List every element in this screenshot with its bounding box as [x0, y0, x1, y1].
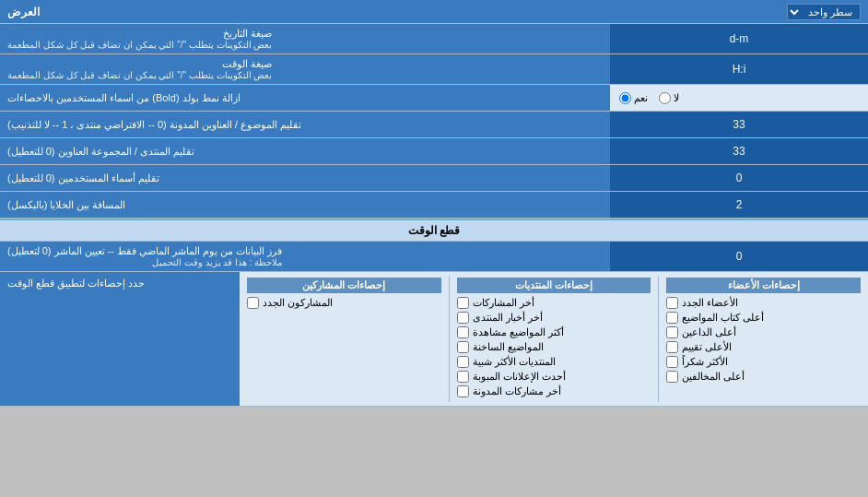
time-format-input[interactable] — [616, 63, 862, 76]
trim-usernames-row: تقليم أسماء المستخدمين (0 للتعطيل) — [0, 165, 868, 192]
trim-topics-input[interactable] — [616, 118, 862, 131]
date-format-label: صيغة التاريخ بعض التكوينات يتطلب "/" الت… — [0, 24, 610, 53]
trim-usernames-input-cell — [610, 165, 868, 191]
checkboxes-grid: إحصاءات الأعضاء الأعضاء الجدد أعلى كتاب … — [243, 276, 864, 402]
checkbox-top-violators: أعلى المخالفين — [666, 371, 861, 383]
checkbox-new-members-input[interactable] — [666, 297, 678, 309]
col-members-header: إحصاءات الأعضاء — [666, 278, 861, 293]
cutoff-label: فرز البيانات من يوم الماشر الماضي فقط --… — [0, 242, 610, 271]
time-format-row: صيغة الوقت بعض التكوينات يتطلب "/" التي … — [0, 54, 868, 85]
checkboxes-right: إحصاءات الأعضاء الأعضاء الجدد أعلى كتاب … — [240, 272, 868, 406]
trim-forum-label: تقليم المنتدى / المجموعة العناوين (0 للت… — [0, 138, 610, 164]
col-forums: إحصاءات المنتديات أخر المشاركات أخر أخبا… — [453, 276, 655, 402]
bold-names-no-label[interactable]: لا — [659, 92, 679, 104]
trim-topics-input-cell — [610, 112, 868, 137]
trim-forum-input-cell — [610, 138, 868, 164]
display-dropdown[interactable]: سطر واحدسطرينثلاثة أسطر — [787, 4, 861, 20]
checkbox-new-participants: المشاركون الجدد — [247, 297, 441, 309]
col-forums-header: إحصاءات المنتديات — [457, 278, 651, 293]
main-container: سطر واحدسطرينثلاثة أسطر العرض صيغة التار… — [0, 0, 868, 407]
checkbox-most-similar-input[interactable] — [457, 356, 469, 368]
date-format-row: صيغة التاريخ بعض التكوينات يتطلب "/" الت… — [0, 24, 868, 54]
date-format-input-cell — [610, 24, 868, 53]
checkbox-most-thanked: الأكثر شكراً — [666, 356, 861, 368]
bold-names-no-radio[interactable] — [659, 92, 671, 104]
checkbox-top-inviters-input[interactable] — [666, 326, 678, 338]
checkbox-top-writers-input[interactable] — [666, 312, 678, 324]
cutoff-section-header: قطع الوقت — [0, 219, 868, 242]
cutoff-row: فرز البيانات من يوم الماشر الماضي فقط --… — [0, 242, 868, 272]
checkbox-latest-news: أخر أخبار المنتدى — [457, 312, 651, 324]
checkbox-most-thanked-input[interactable] — [666, 356, 678, 368]
checkbox-top-writers: أعلى كتاب المواضيع — [666, 312, 861, 324]
checkbox-latest-posts: أخر المشاركات — [457, 297, 651, 309]
trim-forum-row: تقليم المنتدى / المجموعة العناوين (0 للت… — [0, 138, 868, 165]
page-title: العرض — [7, 6, 40, 18]
checkbox-hot-topics-input[interactable] — [457, 341, 469, 353]
bold-names-yes-radio[interactable] — [619, 92, 631, 104]
trim-usernames-input[interactable] — [616, 172, 862, 184]
trim-topics-label: تقليم الموضوع / العناوين المدونة (0 -- ا… — [0, 112, 610, 137]
checkbox-most-similar: المنتديات الأكثر شبية — [457, 356, 651, 368]
cell-spacing-label: المسافة بين الخلايا (بالبكسل) — [0, 192, 610, 218]
col-participants-header: إحصاءات المشاركين — [247, 278, 441, 293]
cell-spacing-input[interactable] — [616, 198, 862, 211]
time-format-input-cell — [610, 54, 868, 84]
bold-names-radio-area: لا نعم — [610, 92, 868, 104]
cutoff-input-cell — [610, 242, 868, 271]
bold-names-row: لا نعم ازالة نمط بولد (Bold) من اسماء ال… — [0, 85, 868, 112]
stats-checkboxes-wrapper: إحصاءات الأعضاء الأعضاء الجدد أعلى كتاب … — [0, 272, 868, 407]
header-row: سطر واحدسطرينثلاثة أسطر العرض — [0, 0, 868, 24]
stats-section-label: حدد إحصاءات لتطبيق قطع الوقت — [0, 272, 240, 406]
checkbox-top-rated-input[interactable] — [666, 341, 678, 353]
checkbox-latest-ads-input[interactable] — [457, 371, 469, 383]
col-participants: إحصاءات المشاركين المشاركون الجدد — [243, 276, 445, 402]
cell-spacing-input-cell — [610, 192, 868, 218]
cell-spacing-row: المسافة بين الخلايا (بالبكسل) — [0, 192, 868, 219]
checkbox-new-participants-input[interactable] — [247, 297, 259, 309]
checkbox-latest-posts-input[interactable] — [457, 297, 469, 309]
checkbox-top-inviters: أعلى الداعين — [666, 326, 861, 338]
col-members: إحصاءات الأعضاء الأعضاء الجدد أعلى كتاب … — [663, 276, 864, 402]
trim-usernames-label: تقليم أسماء المستخدمين (0 للتعطيل) — [0, 165, 610, 191]
checkbox-latest-ads: أحدث الإعلانات المبوبة — [457, 371, 651, 383]
col-divider-1 — [658, 276, 659, 402]
trim-topics-row: تقليم الموضوع / العناوين المدونة (0 -- ا… — [0, 112, 868, 138]
checkbox-new-members: الأعضاء الجدد — [666, 297, 861, 309]
checkbox-latest-news-input[interactable] — [457, 312, 469, 324]
time-format-label: صيغة الوقت بعض التكوينات يتطلب "/" التي … — [0, 54, 610, 84]
col-divider-2 — [449, 276, 450, 402]
trim-forum-input[interactable] — [616, 145, 862, 158]
checkbox-latest-blog-input[interactable] — [457, 385, 469, 397]
checkbox-most-viewed-input[interactable] — [457, 326, 469, 338]
checkbox-most-viewed: أكثر المواضيع مشاهدة — [457, 326, 651, 338]
checkbox-hot-topics: المواضيع الساخنة — [457, 341, 651, 353]
cutoff-input[interactable] — [616, 250, 862, 263]
checkbox-latest-blog: أخر مشاركات المدونة — [457, 385, 651, 397]
date-format-input[interactable] — [616, 32, 862, 45]
checkbox-top-violators-input[interactable] — [666, 371, 678, 383]
bold-names-yes-label[interactable]: نعم — [619, 92, 648, 104]
bold-names-label: ازالة نمط بولد (Bold) من اسماء المستخدمي… — [0, 85, 610, 111]
checkbox-top-rated: الأعلى تقييم — [666, 341, 861, 353]
